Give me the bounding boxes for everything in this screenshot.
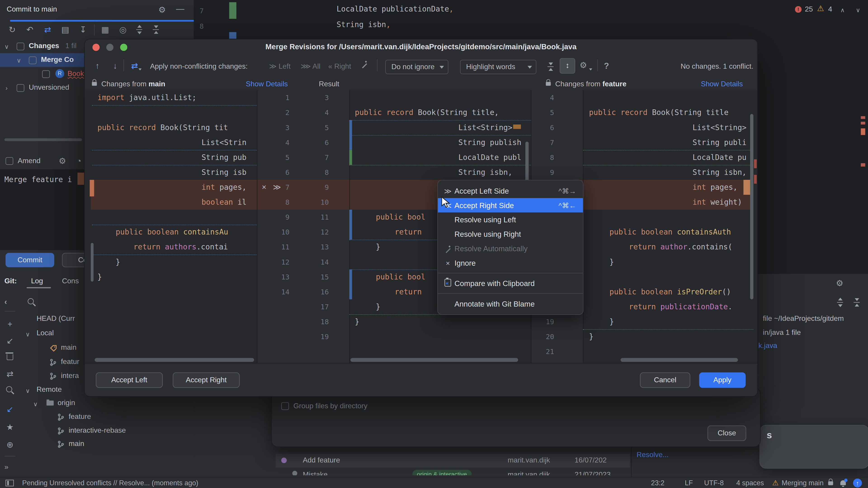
scrollbar[interactable] [4,138,82,141]
chevron-down-icon[interactable]: ∨ [17,55,21,66]
error-count-icon[interactable]: ! [795,6,802,13]
caret-position[interactable]: 23:2 [651,479,664,487]
scrollbar[interactable] [91,243,94,282]
log-row[interactable]: Mistake origin & interactive marit.van.d… [276,469,630,475]
chevron-down-icon[interactable]: ∨ [856,4,860,15]
prev-change-icon[interactable]: ↑ [92,60,103,71]
status-message[interactable]: Pending Unresolved conflicts // Resolve.… [22,479,198,487]
right-show-details-link[interactable]: Show Details [701,80,743,88]
highlight-policy-combo[interactable]: Highlight words [460,60,536,74]
line-ending-indicator[interactable]: LF [685,479,693,487]
collapse-all-icon[interactable] [153,26,159,34]
apply-conflict-icon[interactable]: ≫ [273,180,281,195]
branch-tree-row[interactable]: feature [0,411,194,424]
scrollbar[interactable] [750,114,753,299]
branch-tree-row[interactable]: ∨origin [0,397,194,411]
notifications-icon[interactable] [840,480,846,485]
gear-icon[interactable]: ⚙ [580,60,587,71]
accept-left-button[interactable]: Accept Left [96,372,163,388]
collapse-all-icon[interactable] [854,298,860,306]
magic-wand-icon[interactable] [362,63,367,68]
back-icon[interactable]: ‹ [4,296,7,307]
lock-icon [546,82,551,86]
amend-checkbox[interactable] [5,157,13,165]
diff-icon[interactable]: ▤ [60,24,71,35]
target-icon[interactable]: ◎ [117,24,128,35]
history-icon[interactable]: ◔ [76,156,81,166]
right-pane[interactable]: public record Book(String titleList<Stri… [583,90,753,363]
next-change-icon[interactable]: ↓ [110,60,121,71]
group-files-checkbox[interactable] [281,402,289,410]
code-line: } [116,255,120,269]
commit-button[interactable]: Commit [5,253,54,267]
chevron-right-icon[interactable]: › [5,83,7,94]
chevron-down-icon[interactable]: ∨ [26,329,30,340]
chevron-down-icon[interactable]: ∨ [33,398,38,410]
expand-all-icon[interactable] [136,26,143,34]
cancel-button[interactable]: Cancel [640,372,690,388]
group-by-icon[interactable]: ▦ [100,24,111,35]
branch-tree-row[interactable]: main [0,438,194,452]
apply-left-button[interactable]: ≫ Left [269,62,290,70]
left-show-details-link[interactable]: Show Details [246,80,288,88]
download-icon[interactable]: ↧ [78,24,89,35]
gear-icon[interactable]: ⚙ [836,278,843,289]
menu-item-annotate-with-git-blame[interactable]: Annotate with Git Blame [438,297,583,311]
encoding-indicator[interactable]: UTF-8 [704,479,724,487]
tab-console[interactable]: Cons [62,276,79,285]
menu-item-accept-right-side[interactable]: ≪Accept Right Side^⌘← [438,198,583,213]
ignore-policy-combo[interactable]: Do not ignore [385,60,448,74]
close-button[interactable]: Close [708,425,746,441]
rollback-icon[interactable]: ↶ [24,24,35,35]
warning-icon[interactable]: ⚠ [817,4,824,13]
log-row[interactable]: Add feature marit.van.dijk 16/07/202 [276,454,630,467]
more-icon[interactable]: » [4,461,8,473]
ignore-conflict-icon[interactable]: × [262,180,266,195]
notification-balloon[interactable]: s [760,425,868,468]
chevron-down-icon[interactable]: ∨ [26,385,30,396]
left-pane[interactable]: import java.util.List;public record Book… [92,90,257,363]
tool-window-layout-icon[interactable] [5,480,14,486]
resolve-link[interactable]: Resolve... [637,450,669,459]
branch-tree-row[interactable]: interactive-rebase [0,425,194,438]
tag-icon [50,344,57,354]
chevron-up-icon[interactable]: ∧ [840,4,845,15]
menu-item-resolve-using-left[interactable]: Resolve using Left [438,213,583,227]
warning-count[interactable]: 4 [828,5,832,13]
sync-scroll-toggle[interactable]: ↕ [560,58,575,74]
scrollbar[interactable] [350,358,518,362]
checkbox[interactable] [17,43,24,51]
gear-icon[interactable]: ⚙ [59,156,66,166]
checkbox[interactable] [42,70,50,78]
gear-icon[interactable]: ⚙ [158,4,166,15]
checkbox[interactable] [17,84,24,92]
accept-right-button[interactable]: Accept Right [173,372,240,388]
refresh-icon[interactable]: ↻ [6,24,18,35]
indent-indicator[interactable]: 4 spaces [736,479,764,487]
menu-item-ignore[interactable]: ×Ignore [438,256,583,270]
hide-icon[interactable]: — [176,3,184,14]
git-branch-indicator[interactable]: Merging main [782,479,824,487]
chevrons-icon: « [328,62,332,70]
menu-item-compare-with-clipboard[interactable]: Compare with Clipboard [438,276,583,291]
collapse-unchanged-icon[interactable] [548,63,554,71]
error-count[interactable]: 25 [805,5,813,13]
menu-item-accept-left-side[interactable]: ≫Accept Left Side^⌘→ [438,184,583,198]
scrollbar[interactable] [95,358,254,362]
checkbox[interactable] [29,57,36,64]
search-icon[interactable] [28,298,34,304]
tool-window-title[interactable]: Commit to main [6,5,57,13]
apply-right-button[interactable]: « Right [328,62,351,70]
chevron-down-icon[interactable]: ∨ [4,41,9,52]
commit-details-file-link[interactable]: k.java [758,341,777,350]
apply-button[interactable]: Apply [699,372,746,388]
menu-item-resolve-using-right[interactable]: Resolve using Right [438,227,583,241]
shelve-icon[interactable]: ⇄ [42,24,53,35]
expand-all-icon[interactable] [837,298,844,306]
apply-all-button[interactable]: ⋙ All [301,62,320,70]
push-icon[interactable]: ↑ [853,479,862,487]
help-icon[interactable]: ? [604,60,609,71]
lock-icon[interactable] [828,482,833,485]
tab-log[interactable]: Log [31,276,43,285]
scrollbar[interactable] [620,358,738,362]
